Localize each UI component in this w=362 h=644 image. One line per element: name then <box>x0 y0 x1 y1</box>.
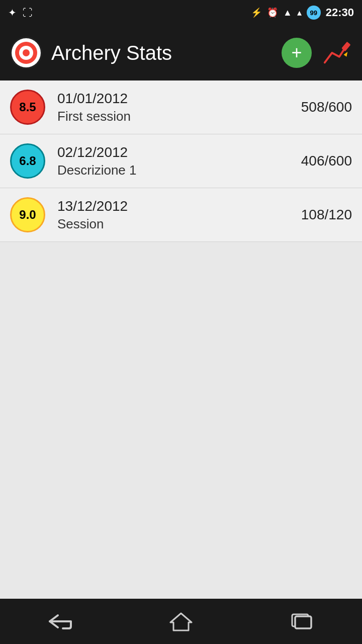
battery-level: 99 <box>307 6 321 20</box>
svg-point-4 <box>23 49 30 56</box>
dropbox-icon: ✦ <box>8 7 17 19</box>
app-title: Archery Stats <box>51 42 172 64</box>
status-time: 22:30 <box>326 6 354 19</box>
session-score: 406/600 <box>301 153 352 169</box>
status-left: ✦ ⛶ <box>8 7 33 19</box>
recents-button[interactable] <box>282 606 322 636</box>
app-bar-actions: + <box>282 38 352 68</box>
app-logo <box>10 37 42 69</box>
home-button[interactable] <box>161 606 201 636</box>
svg-marker-8 <box>170 613 192 630</box>
svg-rect-10 <box>295 616 311 628</box>
add-session-button[interactable]: + <box>282 38 312 68</box>
status-right: ⚡ ⏰ ▲ ▴ 99 22:30 <box>251 6 354 20</box>
session-date: 01/01/2012 <box>57 91 301 107</box>
app-bar: Archery Stats + <box>0 25 362 80</box>
signal-icon: ▴ <box>297 7 302 18</box>
session-item[interactable]: 6.8 02/12/2012 Descrizione 1 406/600 <box>0 134 362 188</box>
alarm-icon: ⏰ <box>267 7 278 18</box>
wifi-icon: ▲ <box>283 8 292 18</box>
session-score: 508/600 <box>301 99 352 115</box>
session-name: Session <box>57 216 301 232</box>
status-bar: ✦ ⛶ ⚡ ⏰ ▲ ▴ 99 22:30 <box>0 0 362 25</box>
app-bar-left: Archery Stats <box>10 37 172 69</box>
session-score: 108/120 <box>301 207 352 223</box>
session-item[interactable]: 8.5 01/01/2012 First session 508/600 <box>0 80 362 134</box>
chart-button[interactable] <box>322 38 352 68</box>
session-date: 02/12/2012 <box>57 144 301 160</box>
image-icon: ⛶ <box>23 7 33 19</box>
back-button[interactable] <box>40 606 80 636</box>
session-item[interactable]: 9.0 13/12/2012 Session 108/120 <box>0 188 362 242</box>
session-info: 02/12/2012 Descrizione 1 <box>57 144 301 178</box>
home-icon <box>169 611 193 631</box>
back-icon <box>48 612 73 630</box>
add-icon: + <box>291 44 302 62</box>
chart-icon <box>322 38 351 67</box>
score-badge: 6.8 <box>10 143 45 179</box>
session-info: 01/01/2012 First session <box>57 91 301 124</box>
bottom-nav <box>0 599 362 644</box>
score-badge: 9.0 <box>10 197 45 232</box>
session-name: First session <box>57 109 301 124</box>
session-info: 13/12/2012 Session <box>57 198 301 232</box>
session-list: 8.5 01/01/2012 First session 508/600 6.8… <box>0 80 362 242</box>
recents-icon <box>290 612 313 630</box>
session-name: Descrizione 1 <box>57 163 301 178</box>
session-date: 13/12/2012 <box>57 198 301 214</box>
bluetooth-icon: ⚡ <box>251 7 262 18</box>
score-badge: 8.5 <box>10 90 45 125</box>
